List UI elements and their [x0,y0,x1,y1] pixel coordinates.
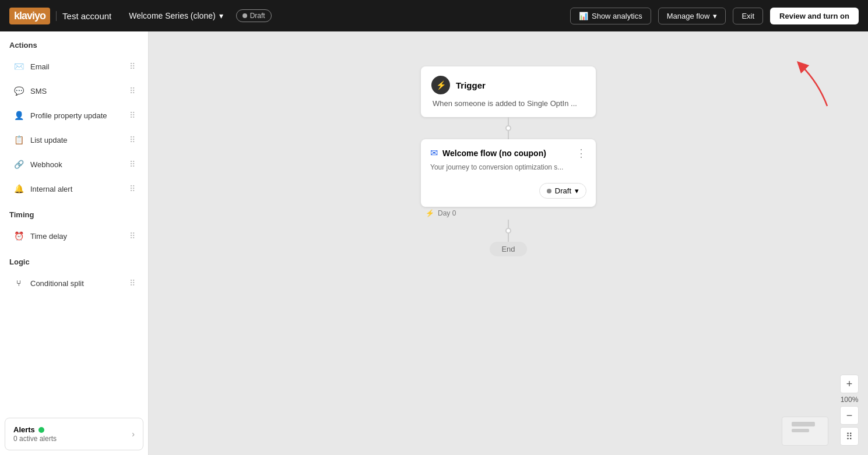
bell-icon: 🔔 [13,183,24,195]
sidebar-item-conditional-split[interactable]: ⑂ Conditional split ⠿ [5,271,143,295]
day-label-text: Day 0 [438,209,456,217]
zoom-in-button[interactable]: + [840,375,859,393]
split-icon: ⑂ [13,277,24,289]
email-flow-card[interactable]: ✉ Welcome flow (no coupon) ⋮ Your journe… [421,139,596,207]
alerts-count: 0 active alerts [13,435,57,443]
flow-container: ⚡ Trigger When someone is added to Singl… [421,66,596,256]
draft-status-dot [243,13,247,18]
email-node-description: Your journey to conversion optimization … [421,163,596,178]
main-area: Actions ✉️ Email ⠿ 💬 SMS ⠿ 👤 Profile pro… [0,31,868,455]
logo-area: klaviyo Test account [9,8,111,24]
exit-label: Exit [742,12,754,20]
show-analytics-label: Show analytics [592,12,642,20]
trigger-description: When someone is added to Single OptIn ..… [431,99,585,108]
drag-handle-email[interactable]: ⠿ [129,62,135,71]
sidebar-item-time-delay[interactable]: ⏰ Time delay ⠿ [5,224,143,248]
alerts-chevron-right-icon: › [132,429,135,439]
email-node-icon: ✉ [430,147,438,158]
draft-dropdown-chevron-icon: ▾ [575,186,579,195]
review-label: Review and turn on [779,12,849,20]
email-node-title: Welcome flow (no coupon) [442,149,546,158]
end-node: End [490,242,526,256]
flow-name-button[interactable]: Welcome Series (clone) ▾ [123,8,229,24]
sidebar-item-profile-property-update[interactable]: 👤 Profile property update ⠿ [5,104,143,127]
drag-handle-webhook[interactable]: ⠿ [129,160,135,169]
connector-2 [505,220,511,242]
email-label: Email [30,62,50,71]
clock-icon: ⏰ [13,230,24,242]
red-arrow-annotation [789,59,836,114]
grid-view-button[interactable]: ⠿ [840,427,859,446]
manage-flow-button[interactable]: Manage flow ▾ [658,8,726,24]
minimap [782,417,828,446]
analytics-icon: 📊 [579,12,588,20]
sidebar-item-internal-alert[interactable]: 🔔 Internal alert ⠿ [5,177,143,200]
grid-icon: ⠿ [846,431,853,442]
profile-property-label: Profile property update [30,111,107,120]
trigger-icon: ⚡ [431,76,450,94]
timing-section-title: Timing [0,201,148,224]
webhook-icon: 🔗 [13,158,24,170]
email-node-draft-dropdown[interactable]: Draft ▾ [539,183,586,199]
account-name: Test account [56,11,111,21]
alerts-section[interactable]: Alerts 0 active alerts › [5,418,143,450]
sms-label: SMS [30,87,47,96]
alerts-active-dot [38,427,44,433]
show-analytics-button[interactable]: 📊 Show analytics [570,8,651,24]
drag-handle-internal-alert[interactable]: ⠿ [129,184,135,193]
connector-1 [508,117,509,139]
sidebar-item-email[interactable]: ✉️ Email ⠿ [5,55,143,78]
review-and-turn-on-button[interactable]: Review and turn on [770,8,859,24]
alerts-title: Alerts [13,425,35,434]
zoom-out-button[interactable]: − [840,406,859,425]
profile-icon: 👤 [13,110,24,121]
sidebar-item-list-update[interactable]: 📋 List update ⠿ [5,128,143,151]
canvas: ⚡ Trigger When someone is added to Singl… [149,31,868,455]
drag-handle-profile[interactable]: ⠿ [129,111,135,120]
flow-name-label: Welcome Series (clone) [129,11,215,20]
email-node-menu-button[interactable]: ⋮ [576,148,586,158]
logic-section-title: Logic [0,248,148,271]
sidebar-item-webhook[interactable]: 🔗 Webhook ⠿ [5,153,143,176]
conditional-split-label: Conditional split [30,279,84,288]
trigger-title: Trigger [456,80,486,90]
drag-handle-time-delay[interactable]: ⠿ [129,231,135,241]
sidebar-item-sms[interactable]: 💬 SMS ⠿ [5,79,143,103]
exit-button[interactable]: Exit [733,8,763,24]
draft-badge: Draft [236,9,272,22]
manage-flow-label: Manage flow [667,12,710,20]
draft-dropdown-label: Draft [555,186,571,195]
draft-dropdown-status-dot [547,189,551,193]
header: klaviyo Test account Welcome Series (clo… [0,0,868,31]
email-icon: ✉️ [13,61,24,72]
internal-alert-label: Internal alert [30,185,72,193]
klaviyo-logo: klaviyo [9,8,50,24]
minimap-block-2 [792,429,809,432]
sidebar: Actions ✉️ Email ⠿ 💬 SMS ⠿ 👤 Profile pro… [0,31,149,455]
day-label-area: ⚡ Day 0 [421,207,596,220]
day-lightning-icon: ⚡ [426,209,434,217]
alerts-left: Alerts 0 active alerts [13,425,57,443]
chevron-down-icon-manage: ▾ [713,12,717,20]
drag-handle-conditional-split[interactable]: ⠿ [129,278,135,288]
actions-section-title: Actions [0,31,148,54]
list-icon: 📋 [13,134,24,146]
webhook-label: Webhook [30,160,62,169]
trigger-card[interactable]: ⚡ Trigger When someone is added to Singl… [421,66,596,117]
list-update-label: List update [30,136,68,144]
zoom-controls: + 100% − ⠿ [840,375,859,446]
minimap-block-1 [792,422,815,426]
sms-icon: 💬 [13,85,24,97]
draft-label: Draft [250,12,265,20]
drag-handle-list[interactable]: ⠿ [129,135,135,144]
time-delay-label: Time delay [30,232,67,241]
drag-handle-sms[interactable]: ⠿ [129,86,135,96]
zoom-level: 100% [841,394,859,405]
chevron-down-icon: ▾ [219,11,223,20]
